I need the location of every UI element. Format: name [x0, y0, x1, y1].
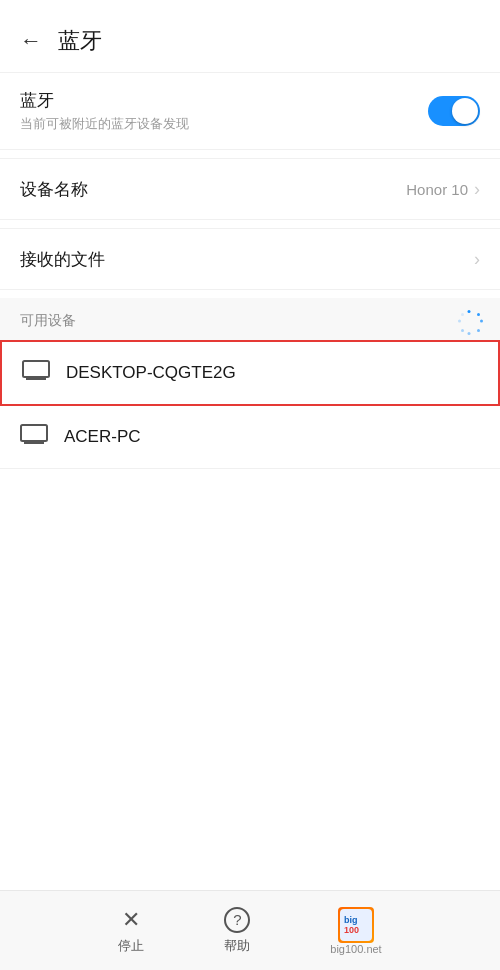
logo-text: big100.net — [330, 943, 381, 955]
device-name-row[interactable]: 设备名称 Honor 10 › — [0, 159, 500, 219]
header: ← 蓝牙 — [0, 10, 500, 72]
device-name-section: 设备名称 Honor 10 › — [0, 158, 500, 220]
back-button[interactable]: ← — [20, 28, 42, 54]
device-row[interactable]: DESKTOP-CQGTE2G — [0, 340, 500, 406]
available-devices-section: 可用设备 DESKTOP-CQGTE2G — [0, 298, 500, 469]
logo-badge: big 100 big100.net — [330, 907, 381, 955]
logo-image: big 100 — [338, 907, 374, 943]
receive-files-section: 接收的文件 › — [0, 228, 500, 290]
chevron-right-icon: › — [474, 179, 480, 200]
bottom-bar: ✕ 停止 ? 帮助 big 100 big100.net — [0, 890, 500, 970]
bluetooth-sublabel: 当前可被附近的蓝牙设备发现 — [20, 115, 189, 133]
bluetooth-label-group: 蓝牙 当前可被附近的蓝牙设备发现 — [20, 89, 189, 133]
receive-files-right: › — [474, 249, 480, 270]
device-name-1: DESKTOP-CQGTE2G — [66, 363, 236, 383]
device-name-label: 设备名称 — [20, 178, 88, 201]
help-label: 帮助 — [224, 937, 250, 955]
chevron-right-icon-2: › — [474, 249, 480, 270]
svg-text:100: 100 — [344, 925, 359, 935]
page-title: 蓝牙 — [58, 26, 102, 56]
computer-icon-2 — [20, 424, 48, 450]
svg-text:big: big — [344, 915, 358, 925]
computer-icon — [22, 360, 50, 386]
device-name-2: ACER-PC — [64, 427, 141, 447]
receive-files-row[interactable]: 接收的文件 › — [0, 229, 500, 289]
scanning-spinner — [458, 310, 480, 332]
device-name-right: Honor 10 › — [406, 179, 480, 200]
device-list: DESKTOP-CQGTE2G ACER-PC — [0, 340, 500, 469]
svg-rect-3 — [21, 425, 47, 441]
bluetooth-toggle-row: 蓝牙 当前可被附近的蓝牙设备发现 — [0, 73, 500, 149]
stop-label: 停止 — [118, 937, 144, 955]
help-button[interactable]: ? 帮助 — [224, 907, 250, 955]
stop-button[interactable]: ✕ 停止 — [118, 907, 144, 955]
available-label: 可用设备 — [20, 312, 76, 330]
bluetooth-label: 蓝牙 — [20, 89, 189, 112]
available-header: 可用设备 — [0, 298, 500, 340]
stop-icon: ✕ — [122, 907, 140, 933]
help-icon: ? — [224, 907, 250, 933]
svg-rect-0 — [23, 361, 49, 377]
bluetooth-toggle[interactable] — [428, 96, 480, 126]
device-row[interactable]: ACER-PC — [0, 406, 500, 469]
receive-files-label: 接收的文件 — [20, 248, 105, 271]
device-name-value: Honor 10 — [406, 181, 468, 198]
bluetooth-section: 蓝牙 当前可被附近的蓝牙设备发现 — [0, 72, 500, 150]
toggle-thumb — [452, 98, 478, 124]
